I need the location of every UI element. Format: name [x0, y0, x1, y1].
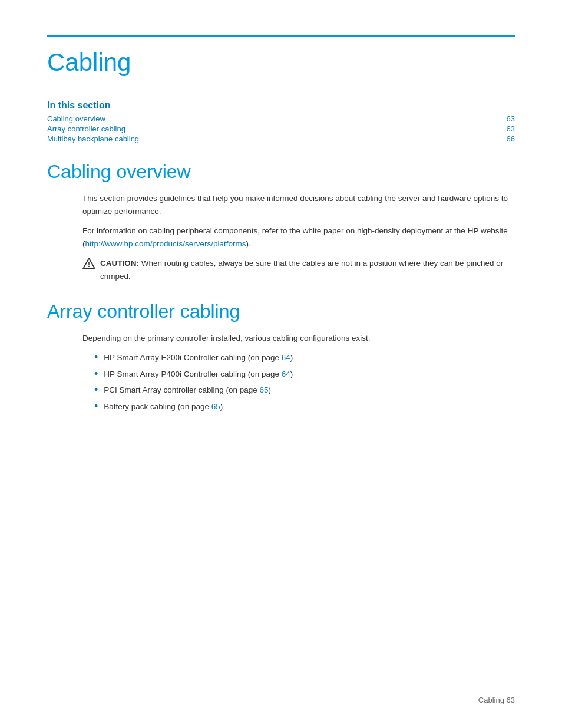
toc-entry-1: Cabling overview 63: [47, 114, 515, 123]
caution-text: CAUTION: When routing cables, always be …: [100, 257, 515, 282]
section-body-array-controller: Depending on the primary controller inst…: [82, 332, 515, 413]
paragraph-1: This section provides guidelines that he…: [82, 192, 515, 218]
bullet-link-3[interactable]: 65: [259, 386, 268, 394]
toc-link-2[interactable]: Array controller cabling: [47, 124, 125, 133]
bullet-dot-3: •: [94, 384, 98, 395]
bullet-text-1: HP Smart Array E200i Controller cabling …: [104, 351, 293, 364]
chapter-title: Cabling: [47, 48, 515, 77]
toc-entry-2: Array controller cabling 63: [47, 124, 515, 133]
section-title-array-controller: Array controller cabling: [47, 301, 515, 322]
bullet-text-3: PCI Smart Array controller cabling (on p…: [104, 384, 271, 397]
bullet-text-4: Battery pack cabling (on page 65): [104, 400, 223, 413]
toc-dots-1: [108, 121, 504, 121]
paragraph-2: For information on cabling peripheral co…: [82, 225, 515, 250]
toc-page-2: 63: [507, 124, 515, 133]
bullet-list: • HP Smart Array E200i Controller cablin…: [94, 351, 515, 413]
toc-container: In this section Cabling overview 63 Arra…: [47, 100, 515, 143]
bullet-dot-2: •: [94, 368, 98, 379]
toc-link-1[interactable]: Cabling overview: [47, 114, 105, 123]
footer: Cabling 63: [478, 696, 515, 704]
top-rule: [47, 35, 515, 37]
section-body-cabling-overview: This section provides guidelines that he…: [82, 192, 515, 283]
bullet-item-2: • HP Smart Array P400i Controller cablin…: [94, 368, 515, 381]
bullet-link-1[interactable]: 64: [282, 353, 290, 362]
caution-box: ! CAUTION: When routing cables, always b…: [82, 257, 515, 282]
section-array-controller: Array controller cabling Depending on th…: [47, 301, 515, 413]
bullet-item-1: • HP Smart Array E200i Controller cablin…: [94, 351, 515, 364]
toc-dots-3: [141, 141, 504, 141]
bullet-item-4: • Battery pack cabling (on page 65): [94, 400, 515, 413]
toc-page-3: 66: [507, 134, 515, 143]
toc-entry-3: Multibay backplane cabling 66: [47, 134, 515, 143]
bullet-link-2[interactable]: 64: [282, 370, 290, 378]
bullet-link-4[interactable]: 65: [211, 402, 220, 411]
toc-dots-2: [128, 131, 504, 131]
toc-link-3[interactable]: Multibay backplane cabling: [47, 134, 139, 143]
hp-website-link[interactable]: http://www.hp.com/products/servers/platf…: [85, 239, 246, 248]
toc-page-1: 63: [507, 114, 515, 123]
section-title-cabling-overview: Cabling overview: [47, 161, 515, 183]
array-intro: Depending on the primary controller inst…: [82, 332, 515, 345]
bullet-item-3: • PCI Smart Array controller cabling (on…: [94, 384, 515, 397]
svg-text:!: !: [88, 261, 90, 269]
caution-triangle-icon: !: [82, 258, 95, 271]
caution-label: CAUTION:: [100, 259, 139, 268]
page-container: Cabling In this section Cabling overview…: [0, 0, 562, 728]
bullet-dot-1: •: [94, 352, 98, 363]
in-this-section-heading: In this section: [47, 100, 515, 111]
bullet-dot-4: •: [94, 401, 98, 411]
section-cabling-overview: Cabling overview This section provides g…: [47, 161, 515, 283]
bullet-text-2: HP Smart Array P400i Controller cabling …: [104, 368, 293, 381]
